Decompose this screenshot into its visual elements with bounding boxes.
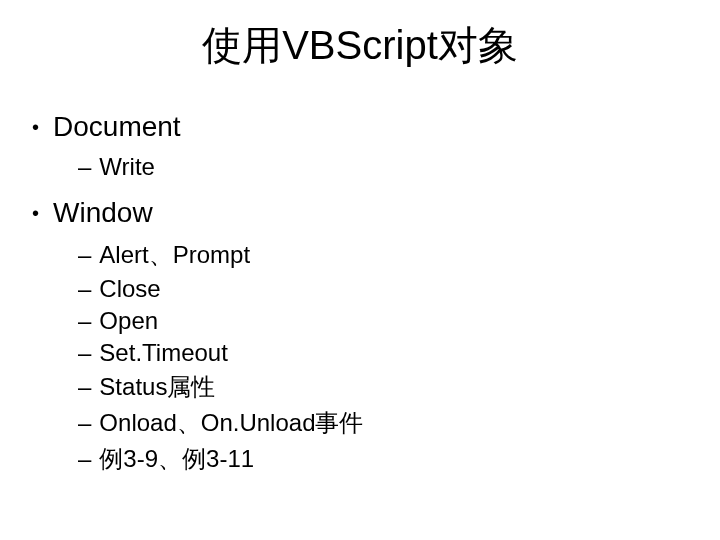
list-item-label: Set.Timeout [99, 339, 228, 367]
list-item: • Document [0, 111, 720, 143]
list-item-label: Status属性 [99, 371, 215, 403]
list-item: – 例3-9、例3-11 [0, 443, 720, 475]
dash-icon: – [78, 275, 91, 303]
list-item: • Window [0, 197, 720, 229]
list-item-label: Write [99, 153, 155, 181]
dash-icon: – [78, 241, 91, 269]
slide-title: 使用VBScript对象 [0, 18, 720, 73]
list-item-label: Window [53, 197, 153, 229]
dash-icon: – [78, 373, 91, 401]
list-item-label: Close [99, 275, 160, 303]
list-item: – Write [0, 153, 720, 181]
list-item-label: Onload、On.Unload事件 [99, 407, 363, 439]
list-item: – Close [0, 275, 720, 303]
list-item-label: Open [99, 307, 158, 335]
list-item-label: 例3-9、例3-11 [99, 443, 254, 475]
list-item-label: Document [53, 111, 181, 143]
list-item: – Onload、On.Unload事件 [0, 407, 720, 439]
dash-icon: – [78, 153, 91, 181]
list-item: – Alert、Prompt [0, 239, 720, 271]
list-item: – Open [0, 307, 720, 335]
bullet-icon: • [32, 203, 39, 223]
bullet-icon: • [32, 117, 39, 137]
dash-icon: – [78, 339, 91, 367]
list-item: – Status属性 [0, 371, 720, 403]
list-item: – Set.Timeout [0, 339, 720, 367]
dash-icon: – [78, 445, 91, 473]
dash-icon: – [78, 307, 91, 335]
dash-icon: – [78, 409, 91, 437]
list-item-label: Alert、Prompt [99, 239, 250, 271]
